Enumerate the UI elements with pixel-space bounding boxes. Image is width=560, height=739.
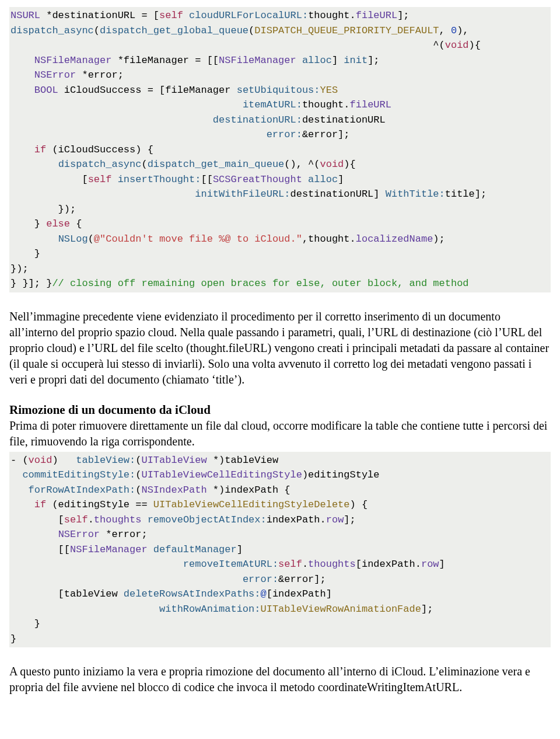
code-block-2: - (void) tableView:(UITableView *)tableV… (9, 452, 551, 648)
heading-remove-doc: Rimozione di un documento da iCloud (9, 402, 551, 418)
paragraph-1: Nell’immagine precedente viene evidenzia… (9, 309, 551, 388)
paragraph-2: Prima di poter rimuovere direttamente un… (9, 418, 551, 449)
paragraph-3: A questo punto iniziamo la vera e propri… (9, 664, 551, 695)
code-block-1: NSURL *destinationURL = [self cloudURLFo… (9, 7, 551, 292)
